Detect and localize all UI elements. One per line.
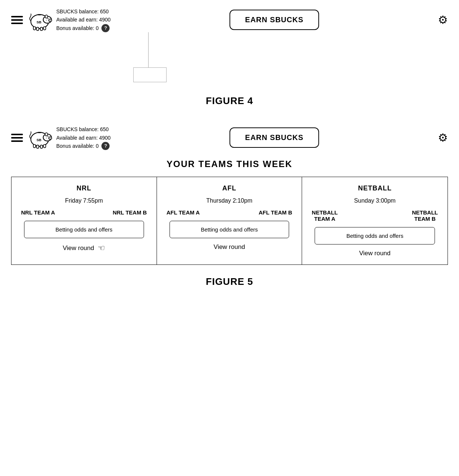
svg-text:SB: SB <box>37 137 41 142</box>
netball-team-a: NETBALL TEAM A <box>312 209 338 222</box>
nrl-teams-row: NRL TEAM A NRL TEAM B <box>17 209 151 216</box>
svg-point-5 <box>47 18 48 19</box>
svg-rect-21 <box>38 132 41 133</box>
earn-sbucks-button[interactable]: EARN SBUCKS <box>230 10 319 30</box>
afl-sport-name: AFL <box>222 184 236 192</box>
afl-team-a: AFL TEAM A <box>167 209 200 216</box>
svg-text:SB: SB <box>37 20 41 24</box>
svg-text:♂: ♂ <box>46 136 48 140</box>
svg-text:♂: ♂ <box>46 19 48 22</box>
figure5-section: SB ♂ SBUCKS balance: 650 Available ad ea… <box>0 118 459 299</box>
netball-game-time: Sunday 3:00pm <box>354 197 396 204</box>
piggy-bank-icon-2: SB ♂ <box>27 127 53 149</box>
sbucks-balance-label: SBUCKS balance: 650 <box>56 7 111 16</box>
netball-column: NETBALL Sunday 3:00pm NETBALL TEAM A NET… <box>302 177 448 264</box>
question-icon[interactable]: ? <box>101 24 110 32</box>
netball-view-round[interactable]: View round <box>308 250 442 257</box>
svg-point-18 <box>50 138 51 139</box>
hamburger-menu-icon[interactable] <box>11 16 23 24</box>
nrl-betting-button[interactable]: Betting odds and offers <box>24 221 144 238</box>
tooltip-stem <box>148 32 149 69</box>
afl-team-b: AFL TEAM B <box>259 209 292 216</box>
afl-column: AFL Thursday 2:10pm AFL TEAM A AFL TEAM … <box>157 177 302 264</box>
balance-info-2: SBUCKS balance: 650 Available ad earn: 4… <box>56 125 111 150</box>
nrl-column: NRL Friday 7:55pm NRL TEAM A NRL TEAM B … <box>11 177 157 264</box>
svg-point-17 <box>49 138 50 139</box>
afl-game-time: Thursday 2:10pm <box>206 197 252 204</box>
svg-rect-10 <box>40 27 43 30</box>
netball-betting-button[interactable]: Betting odds and offers <box>315 227 435 244</box>
piggy-bank-icon: SB ♂ <box>27 9 53 31</box>
svg-point-4 <box>50 20 51 21</box>
svg-point-2 <box>48 19 52 21</box>
svg-rect-8 <box>33 27 36 30</box>
nrl-view-round[interactable]: View round ☜ <box>17 243 151 253</box>
settings-gear-icon[interactable]: ⚙ <box>438 13 448 26</box>
hamburger-menu-icon-2[interactable] <box>11 134 23 142</box>
nrl-game-time: Friday 7:55pm <box>65 197 103 204</box>
afl-betting-button[interactable]: Betting odds and offers <box>170 221 289 238</box>
nrl-team-a: NRL TEAM A <box>21 209 55 216</box>
svg-rect-9 <box>37 27 39 30</box>
figure4-title: FIGURE 4 <box>11 95 448 107</box>
available-ad-earn-label: Available ad earn: 4900 <box>56 16 111 24</box>
svg-rect-7 <box>38 14 41 15</box>
teams-heading: YOUR TEAMS THIS WEEK <box>11 159 448 169</box>
svg-point-20 <box>45 133 48 136</box>
question-icon-2[interactable]: ? <box>101 142 110 150</box>
nrl-team-b: NRL TEAM B <box>113 209 147 216</box>
svg-rect-24 <box>40 145 43 148</box>
earn-sbucks-button-2[interactable]: EARN SBUCKS <box>230 127 319 148</box>
figure4-section: SB ♂ SBUCKS balance: 650 Available ad ea… <box>0 0 459 118</box>
teams-grid: NRL Friday 7:55pm NRL TEAM A NRL TEAM B … <box>11 177 448 265</box>
nrl-sport-name: NRL <box>77 184 91 192</box>
nrl-view-round-label: View round <box>63 244 94 252</box>
figure5-header-left: SB ♂ SBUCKS balance: 650 Available ad ea… <box>11 125 111 150</box>
piggy-area: SB ♂ SBUCKS balance: 650 Available ad ea… <box>27 7 111 32</box>
svg-rect-25 <box>44 144 46 148</box>
available-ad-earn-label-2: Available ad earn: 4900 <box>56 134 111 142</box>
figure5-header: SB ♂ SBUCKS balance: 650 Available ad ea… <box>11 125 448 150</box>
figure4-header: SB ♂ SBUCKS balance: 650 Available ad ea… <box>11 7 448 32</box>
netball-view-round-label: View round <box>359 250 391 257</box>
figure4-header-left: SB ♂ SBUCKS balance: 650 Available ad ea… <box>11 7 111 32</box>
svg-point-19 <box>47 136 48 137</box>
pointer-hand-icon: ☜ <box>98 243 105 253</box>
svg-rect-11 <box>44 27 46 30</box>
afl-view-round[interactable]: View round <box>163 243 296 251</box>
balance-info: SBUCKS balance: 650 Available ad earn: 4… <box>56 7 111 32</box>
svg-point-6 <box>45 15 48 18</box>
sbucks-balance-label-2: SBUCKS balance: 650 <box>56 125 111 133</box>
piggy-area-2: SB ♂ SBUCKS balance: 650 Available ad ea… <box>27 125 111 150</box>
svg-rect-22 <box>33 144 36 148</box>
bonus-available-label: Bonus available: 0 <box>56 24 98 32</box>
figure5-title: FIGURE 5 <box>11 276 448 287</box>
netball-team-b: NETBALL TEAM B <box>412 209 438 222</box>
svg-point-16 <box>48 137 52 139</box>
bonus-available-label-2: Bonus available: 0 <box>56 142 98 150</box>
afl-view-round-label: View round <box>214 243 245 251</box>
svg-rect-23 <box>37 145 39 148</box>
netball-sport-name: NETBALL <box>358 184 392 192</box>
afl-teams-row: AFL TEAM A AFL TEAM B <box>163 209 296 216</box>
settings-gear-icon-2[interactable]: ⚙ <box>438 131 448 144</box>
tooltip-box <box>133 67 167 82</box>
netball-teams-row: NETBALL TEAM A NETBALL TEAM B <box>308 209 442 222</box>
svg-point-3 <box>49 20 50 21</box>
